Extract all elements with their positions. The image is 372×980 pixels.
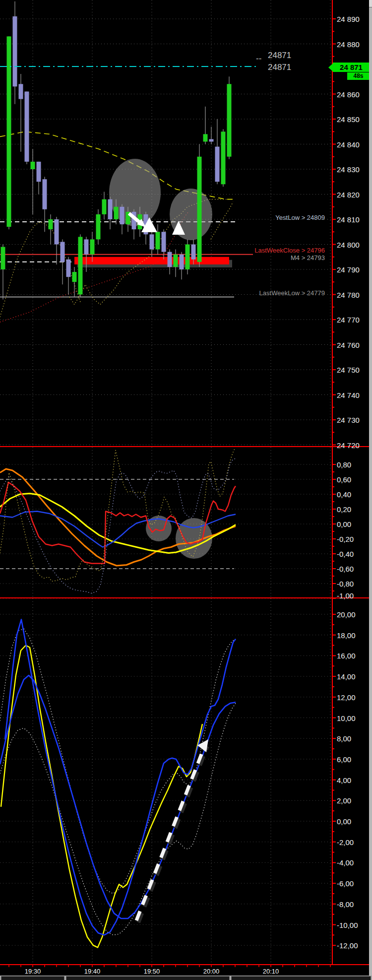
scrollbar-button[interactable] [369, 0, 372, 7]
candle-down [37, 162, 41, 182]
trend-arrow-shadow [138, 746, 207, 922]
candle-down [168, 252, 172, 267]
candle-down [66, 260, 71, 277]
candle-down [209, 139, 214, 141]
momentum-axis-label: 14,00 [337, 672, 356, 681]
bottom-strip-cell [66, 976, 230, 980]
momentum-axis-label: 18,00 [337, 631, 356, 639]
window-bottom-strip [0, 976, 372, 980]
oscillator-panel[interactable] [0, 449, 236, 593]
candle-up [227, 84, 232, 156]
candle-down [61, 242, 65, 261]
time-axis-label: 19:30 [25, 968, 41, 975]
price-axis-label: 24 800 [337, 240, 360, 249]
candle-up [203, 134, 208, 141]
vertical-scrollbar[interactable] [369, 0, 372, 980]
candle-down [19, 84, 23, 99]
time-axis-label: 19:50 [144, 968, 160, 975]
last-price-badge: 24 871 [333, 63, 370, 72]
level-label-m4: M4 > 24793 [291, 254, 325, 261]
price-axis-label: 24 830 [337, 165, 360, 174]
oscillator-axis-label: -0,40 [337, 550, 354, 558]
oscillator-axis-label: -0,60 [337, 565, 354, 573]
candle-up [221, 131, 226, 184]
candle-down [108, 199, 113, 219]
level-label-yestlow: YestLow > 24809 [275, 214, 325, 221]
oscillator-axis-label: 0,40 [337, 490, 351, 499]
chart-canvas[interactable] [0, 0, 372, 980]
momentum-axis-label: -12,00 [337, 941, 358, 950]
price-axis-label: 24 850 [337, 115, 360, 124]
candle-up [72, 272, 77, 282]
candle-up [102, 199, 107, 214]
time-axis-label: 20:00 [203, 968, 220, 975]
time-axis-label: 19:40 [84, 968, 101, 975]
oscillator-axis-label: 0,60 [337, 475, 351, 484]
price-badge-arrow-icon [328, 64, 333, 71]
price-axis-label: 24 720 [337, 441, 360, 449]
candle-up [90, 239, 95, 254]
price-axis-label: 24 790 [337, 265, 360, 274]
momentum-axis-label: 10,00 [337, 714, 356, 722]
oscillator-axis-label: 0,00 [337, 520, 351, 528]
momentum-axis-label: 4,00 [337, 776, 351, 784]
candle-down [191, 245, 196, 260]
momentum-axis-label: 20,00 [337, 610, 356, 619]
price-axis-label: 24 770 [337, 316, 360, 324]
price-axis-label: 24 750 [337, 366, 360, 374]
oscillator-axis-label: -0,20 [337, 535, 354, 543]
price-axis-label: 24 780 [337, 290, 360, 299]
candle-down [13, 16, 17, 86]
trading-chart-window: -- 24871 24871 24 871 48s 24 89024 88024… [0, 0, 372, 980]
price-badge-value: 24 871 [340, 63, 363, 71]
candle-up [96, 214, 101, 240]
candle-down [180, 255, 184, 269]
price-axis-label: 24 860 [337, 90, 360, 98]
candle-down [215, 147, 220, 182]
momentum-axis-label: 0,00 [337, 817, 351, 826]
candle-up [186, 245, 190, 270]
candle-up [156, 232, 160, 249]
current-price-line1: 24871 [268, 50, 291, 62]
momentum-axis-label: 16,00 [337, 652, 356, 660]
price-panel[interactable] [0, 1, 257, 322]
gridlines [0, 0, 332, 965]
price-axis-label: 24 730 [337, 416, 360, 424]
bar-timer-badge: 48s [347, 72, 370, 80]
momentum-axis-label: 6,00 [337, 755, 351, 763]
m4-red-bar [74, 257, 229, 264]
candle-up [78, 237, 83, 294]
price-axis-label: 24 740 [337, 391, 360, 399]
oscillator-axis-label: 0,20 [337, 505, 351, 514]
momentum-line-yellow [1, 646, 202, 948]
momentum-axis-label: 2,00 [337, 796, 351, 805]
candle-up [49, 219, 53, 229]
momentum-axis-label: 8,00 [337, 734, 351, 743]
oscillator-axis-label: -0,80 [337, 580, 354, 588]
oscillator-axis-label: 0,80 [337, 460, 351, 469]
bottom-strip-cell [231, 976, 371, 980]
momentum-axis-label: -10,00 [337, 920, 358, 929]
price-axis-label: 24 760 [337, 340, 360, 349]
momentum-axis-label: -4,00 [337, 858, 354, 867]
candle-down [43, 179, 47, 209]
candle-up [174, 255, 178, 267]
momentum-axis-label: -2,00 [337, 838, 354, 846]
candle-up [7, 36, 11, 227]
level-label-lastweekclose: LastWeekClose > 24796 [254, 246, 325, 254]
candle-up [197, 157, 202, 262]
current-price-line2: 24871 [268, 62, 291, 73]
momentum-line-blue-slow [0, 675, 236, 918]
price-axis-label: 24 840 [337, 140, 360, 148]
candle-down [25, 91, 29, 161]
overlay-yellow-dotted-pennant [211, 202, 233, 240]
current-price-text: 24871 24871 [268, 50, 291, 73]
candle-down [150, 234, 154, 249]
oscillator-axis-label: -1,00 [337, 591, 354, 600]
time-axis-label: 20:10 [263, 968, 279, 975]
candle-down [84, 239, 89, 254]
price-axis-label: 24 890 [337, 15, 360, 23]
momentum-panel[interactable] [0, 619, 236, 947]
bottom-strip-cell [1, 976, 64, 980]
momentum-axis-label: 12,00 [337, 693, 356, 701]
